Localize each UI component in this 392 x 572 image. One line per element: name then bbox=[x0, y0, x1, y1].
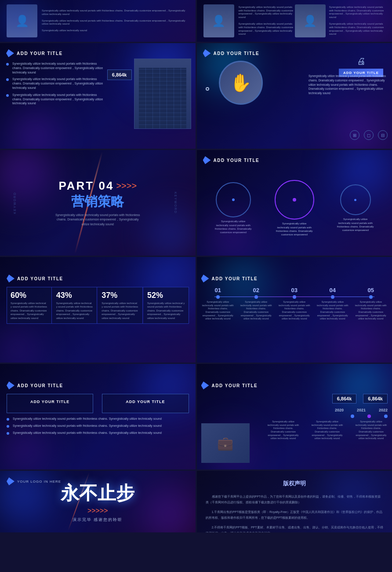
box-2-title: ADD YOUR TITLE bbox=[126, 400, 165, 404]
banner-text-right: Synergistically utilize technically soun… bbox=[239, 6, 295, 36]
keyword-left: KEYWORD bbox=[13, 192, 16, 214]
tl-text-2: Synergistically utilize technically soun… bbox=[240, 301, 273, 321]
box-1: ADD YOUR TITLE bbox=[7, 394, 93, 413]
circle-item-3: Synergistically utilize technically soun… bbox=[337, 184, 374, 232]
tl2-dot-3 bbox=[384, 414, 388, 418]
circle-dot-3 bbox=[354, 199, 356, 201]
stat-cell-4: 52% Synergistically utilize technical y … bbox=[144, 287, 189, 323]
copyright-section-2: 2.不得将千库网的PPT模板、PPT素材、本素材于出售、或者出售、出售、路认、分… bbox=[206, 525, 384, 532]
top-banner-left: Synergistically utilize technically soun… bbox=[0, 0, 196, 42]
tl-dot-1 bbox=[216, 295, 220, 299]
timeline-connector-line bbox=[214, 297, 375, 297]
slide-5-title-row: ADD YOUR TITLE bbox=[7, 275, 189, 282]
stat-label-4: Synergistically utilize technical y soun… bbox=[147, 301, 185, 320]
tl2-dot-1 bbox=[351, 414, 354, 418]
circle-text-2: Synergistically utilize technically soun… bbox=[276, 222, 313, 237]
box-bullet-text-1: Synergistically utilize technically soun… bbox=[13, 417, 162, 421]
bullet-dot-1 bbox=[6, 63, 9, 66]
banner-text-3: Synergistically utilize technically soun… bbox=[42, 29, 189, 33]
circle-1 bbox=[216, 182, 251, 217]
tl-text-3: Synergistically utilize technically soun… bbox=[278, 301, 311, 321]
icon-2: ◻ bbox=[364, 130, 374, 140]
stat-cell-1: 60% Synergistically utilize technical y … bbox=[7, 287, 52, 323]
part-chinese-title: 营销策略 bbox=[54, 193, 142, 211]
ending-content: 永不止步 >>>>> 演示完毕 感谢您的聆听 bbox=[61, 481, 134, 523]
stat-cell-2: 43% Synergistically utilize technical y … bbox=[53, 287, 98, 323]
stat-label-2: Synergistically utilize technical y soun… bbox=[56, 301, 94, 320]
slide-6-title-icon bbox=[201, 275, 209, 282]
banner-text-1: Synergistically utilize technically soun… bbox=[42, 9, 189, 16]
tl-text-5: Synergistically utilize technically soun… bbox=[354, 301, 388, 321]
top-banner: Synergistically utilize technically soun… bbox=[0, 0, 392, 42]
stat-num-1: 60% bbox=[11, 291, 48, 300]
slide-5-title: ADD YOUR TITLE bbox=[17, 276, 63, 281]
logo-area: YOUR LOGO IN HERE bbox=[7, 477, 61, 485]
slide-4-title-icon bbox=[203, 156, 211, 164]
part-number-row: PART 04 >>>> bbox=[54, 179, 142, 193]
bullet-text-1: Synergistically utilize technically soun… bbox=[12, 62, 107, 74]
stat-label-3: Synergistically utilize technical y soun… bbox=[102, 301, 139, 320]
tl-dot-2 bbox=[254, 295, 258, 299]
tablet-image bbox=[219, 61, 263, 105]
tl-text-1: Synergistically utilize technically soun… bbox=[201, 301, 235, 321]
tl-item-1: 01 Synergistically utilize technically s… bbox=[201, 287, 235, 321]
stat-label-1: Synergistically utilize technical y soun… bbox=[11, 301, 48, 320]
tl2-year-2: 2021 bbox=[357, 408, 366, 412]
slide-8-title: ADD YOUR TITLE bbox=[212, 383, 258, 388]
tl2-year-3: 2022 bbox=[379, 408, 388, 412]
top-banner-right: Synergistically utilize technically soun… bbox=[197, 0, 392, 42]
tl-num-3: 03 bbox=[291, 287, 298, 293]
tl-text-4: Synergistically utilize technically soun… bbox=[316, 301, 349, 321]
part-description: Synergistically utilize technically soun… bbox=[54, 213, 142, 227]
slide-circles: ADD YOUR TITLE Synergistically utilize t… bbox=[197, 150, 392, 256]
person-image-right2 bbox=[295, 4, 326, 37]
tl2-year-text-3: Synergistically utilize technically soun… bbox=[355, 420, 388, 440]
slide-1-title-row: ADD YOUR TITLE bbox=[6, 49, 189, 57]
tl2-year-text-1: Synergistically utilize technically soun… bbox=[267, 420, 300, 440]
banner-text-2: Synergistically utilize technically soun… bbox=[42, 19, 189, 26]
stat-num-2: 43% bbox=[56, 291, 94, 300]
box-bullet-3: Synergistically utilize technically soun… bbox=[7, 431, 189, 435]
slide-2: ADD YOUR TITLE 🖨 ADD YOUR TITLE Synergis… bbox=[197, 43, 392, 149]
keyword-right: KEYWORD bbox=[174, 192, 177, 214]
tl2-dot-2 bbox=[367, 414, 371, 418]
bullet-3: Synergistically utilize technically soun… bbox=[6, 93, 107, 106]
slide-7-title-icon bbox=[7, 381, 15, 389]
bullet-text-2: Synergistically utilize technically soun… bbox=[12, 77, 107, 90]
bullet-dot-2 bbox=[6, 78, 9, 81]
circle-item-2: Synergistically utilize technically soun… bbox=[275, 180, 314, 237]
box-bullet-dot-1 bbox=[7, 418, 9, 421]
box-2: ADD YOUR TITLE bbox=[102, 394, 189, 413]
tl-num-5: 05 bbox=[368, 287, 374, 293]
ending-arrows: >>>>> bbox=[61, 507, 134, 515]
boxes-bullets: Synergistically utilize technically soun… bbox=[7, 417, 189, 435]
slide-1: ADD YOUR TITLE 6,864k Synergistically ut… bbox=[0, 43, 196, 149]
slide-8-title-icon bbox=[201, 381, 209, 389]
slide-4-title: ADD YOUR TITLE bbox=[214, 158, 260, 163]
tl2-year-1: 2020 bbox=[335, 408, 344, 412]
slide-copyright: 版权声明 感谢您下载千库网平台上提供的PPT作品，为了您和千库网以及原创作者的利… bbox=[197, 471, 392, 532]
bullet-dot-3 bbox=[6, 94, 9, 97]
slide-part04: KEYWORD KEYWORD PART 04 >>>> 营销策略 Synerg… bbox=[0, 150, 196, 256]
bullet-1: Synergistically utilize technically soun… bbox=[6, 62, 107, 74]
tl-dot-4 bbox=[331, 295, 334, 299]
tl-item-3: 03 Synergistically utilize technically s… bbox=[278, 287, 311, 321]
tl-item-2: 02 Synergistically utilize technically s… bbox=[240, 287, 273, 321]
slide-8-title-row: ADD YOUR TITLE bbox=[201, 381, 388, 389]
slide-timeline: ADD YOUR TITLE 01 Synergistically utiliz… bbox=[197, 257, 392, 363]
circle-text-3: Synergistically utilize technically soun… bbox=[337, 217, 374, 232]
tl2-year-row: 2020 2021 2022 bbox=[201, 408, 388, 412]
boxes-row: ADD YOUR TITLE ADD YOUR TITLE bbox=[7, 394, 189, 413]
slide-1-title: ADD YOUR TITLE bbox=[17, 51, 63, 56]
tl2-badge-2: 6,864k bbox=[363, 394, 388, 403]
icon-3: ⊟ bbox=[378, 130, 388, 140]
slide-1-stat: 6,864k bbox=[107, 70, 132, 80]
building-image bbox=[134, 59, 191, 129]
slide-6-title-row: ADD YOUR TITLE bbox=[201, 275, 388, 282]
box-bullet-dot-3 bbox=[7, 432, 9, 435]
slide-2-title: ADD YOUR TITLE bbox=[214, 51, 260, 56]
slide-2-description: Synergistically utilize technical y soun… bbox=[309, 74, 388, 95]
copyright-para-3: 2.不得将千库网的PPT模板、PPT素材、本素材于出售、或者出售、出售、路认、分… bbox=[206, 525, 384, 532]
tl2-year-texts: Synergistically utilize technically soun… bbox=[201, 420, 388, 440]
slide-6-title: ADD YOUR TITLE bbox=[212, 276, 258, 281]
